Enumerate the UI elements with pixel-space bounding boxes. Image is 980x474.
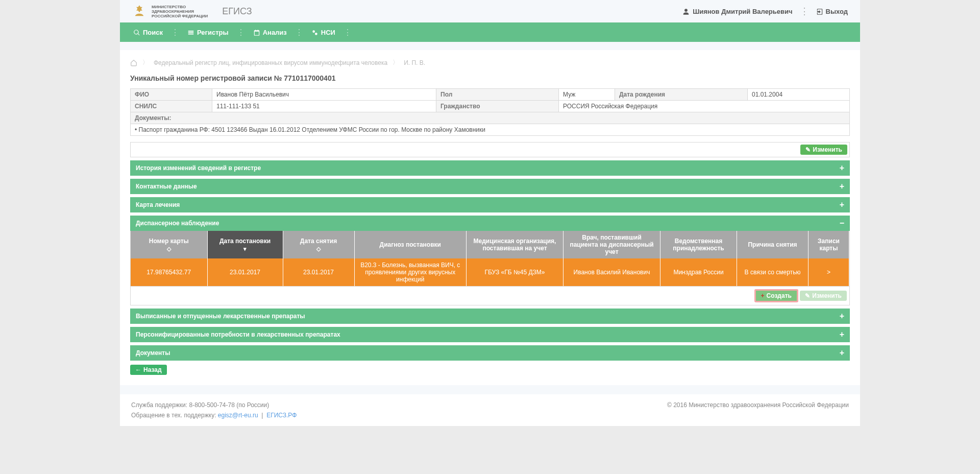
nav-registers[interactable]: Регистры — [184, 28, 232, 36]
accordion-contacts[interactable]: Контактные данные + — [130, 179, 850, 194]
cell-card-records[interactable]: > — [808, 258, 849, 286]
accordion-history[interactable]: История изменений сведений в регистре + — [130, 160, 850, 176]
plus-icon: + — [840, 330, 844, 339]
edit-button[interactable]: ✎ Изменить — [800, 145, 847, 155]
accordion-treatment[interactable]: Карта лечения + — [130, 197, 850, 212]
support-line: Служба поддержки: 8-800-500-74-78 (по Ро… — [131, 401, 297, 409]
pencil-icon: ✎ — [805, 146, 811, 153]
documents-value: • Паспорт гражданина РФ: 4501 123466 Выд… — [131, 124, 850, 136]
col-card-records[interactable]: Записи карты — [808, 231, 849, 258]
dispensary-table: Номер карты◇ Дата постановки▾ Дата сняти… — [131, 231, 849, 286]
breadcrumb-level2: И. П. В. — [404, 59, 425, 66]
svg-point-0 — [312, 30, 315, 33]
user-menu-more-icon[interactable]: ⋮ — [800, 6, 809, 17]
search-icon — [133, 28, 140, 36]
cell-med-org: ГБУЗ «ГБ №45 ДЗМ» — [467, 258, 564, 286]
egisz-site-link[interactable]: ЕГИСЗ.РФ — [266, 412, 297, 419]
chevron-right-icon: 〉 — [142, 58, 149, 67]
citizenship-value: РОССИЯ Российская Федерация — [559, 101, 850, 112]
cell-date-removed: 23.01.2017 — [283, 258, 354, 286]
edit-button-disabled: ✎ Изменить — [800, 291, 847, 301]
edit-row: ✎ Изменить — [130, 142, 850, 157]
nav-analysis[interactable]: Анализ — [250, 28, 290, 36]
main-nav: Поиск ⋮ Регистры ⋮ Анализ ⋮ НСИ ⋮ — [120, 22, 860, 42]
table-row[interactable]: 17.98765432.77 23.01.2017 23.01.2017 B20… — [131, 258, 849, 286]
logout-button[interactable]: Выход — [816, 7, 848, 15]
col-diagnosis[interactable]: Диагноз постановки — [354, 231, 467, 258]
sort-icon: ◇ — [135, 246, 203, 252]
appeal-line: Обращение в тех. поддержку: egisz@rt-eu.… — [131, 412, 297, 419]
sort-icon: ◇ — [287, 246, 350, 252]
dob-label: Дата рождения — [615, 89, 748, 101]
cell-card-no: 17.98765432.77 — [131, 258, 207, 286]
col-date-set[interactable]: Дата постановки▾ — [207, 231, 283, 258]
nav-search[interactable]: Поиск — [130, 28, 166, 36]
dob-value: 01.01.2004 — [748, 89, 850, 101]
snils-value: 111-111-133 51 — [212, 101, 436, 112]
cell-department: Минздрав России — [660, 258, 737, 286]
cell-date-set: 23.01.2017 — [207, 258, 283, 286]
dispensary-actions: + Создать ✎ Изменить — [131, 286, 849, 305]
user-name: Шиянов Дмитрий Валерьевич — [693, 8, 792, 15]
gears-icon — [311, 28, 318, 36]
fio-label: ФИО — [131, 89, 212, 101]
home-icon[interactable] — [130, 59, 137, 66]
sort-desc-icon: ▾ — [212, 246, 279, 252]
nav-separator: ⋮ — [295, 28, 303, 37]
cell-diagnosis: B20.3 - Болезнь, вызванная ВИЧ, с проявл… — [354, 258, 467, 286]
user-menu[interactable]: Шиянов Дмитрий Валерьевич — [682, 7, 792, 15]
header: МИНИСТЕРСТВО ЗДРАВООХРАНЕНИЯ РОССИЙСКОЙ … — [120, 0, 860, 22]
col-department[interactable]: Ведомственная принадлежность — [660, 231, 737, 258]
breadcrumb-level1[interactable]: Федеральный регистр лиц, инфицированных … — [154, 59, 387, 66]
minus-icon: − — [840, 219, 844, 228]
col-med-org[interactable]: Медицинская организация, поставившая на … — [467, 231, 564, 258]
accordion-documents[interactable]: Документы + — [130, 345, 850, 361]
app-name: ЕГИСЗ — [222, 6, 252, 17]
col-doctor[interactable]: Врач, поставивший пациента на диспансерн… — [564, 231, 660, 258]
plus-icon: + — [840, 200, 844, 209]
plus-icon: + — [840, 182, 844, 191]
cell-reason: В связи со смертью — [737, 258, 808, 286]
nav-nsi[interactable]: НСИ — [308, 28, 338, 36]
user-icon — [682, 7, 690, 15]
support-email-link[interactable]: egisz@rt-eu.ru — [218, 412, 258, 419]
patient-info-table: ФИО Иванов Пётр Васильевич Пол Муж Дата … — [130, 88, 850, 136]
create-button[interactable]: + Создать — [754, 289, 798, 302]
logo-block: МИНИСТЕРСТВО ЗДРАВООХРАНЕНИЯ РОССИЙСКОЙ … — [132, 4, 252, 18]
gender-value: Муж — [559, 89, 615, 101]
plus-icon: + — [840, 348, 844, 358]
chevron-right-icon: 〉 — [393, 58, 399, 67]
plus-icon: + — [840, 312, 844, 321]
fio-value: Иванов Пётр Васильевич — [212, 89, 436, 101]
pencil-icon: ✎ — [805, 292, 810, 299]
content-pane: 〉 Федеральный регистр лиц, инфицированны… — [120, 50, 860, 385]
nav-separator: ⋮ — [344, 28, 352, 37]
plus-icon: + — [840, 163, 844, 173]
calendar-icon — [253, 28, 260, 36]
dispensary-panel: Номер карты◇ Дата постановки▾ Дата сняти… — [130, 231, 850, 305]
registers-icon — [187, 28, 194, 36]
breadcrumb: 〉 Федеральный регистр лиц, инфицированны… — [130, 58, 850, 67]
logout-icon — [816, 7, 823, 15]
back-button[interactable]: ← Назад — [130, 365, 167, 375]
accordion-prescriptions[interactable]: Выписанные и отпущенные лекарственные пр… — [130, 309, 850, 324]
cell-doctor: Иванов Василий Иванович — [564, 258, 660, 286]
page-title: Уникальный номер регистровой записи № 77… — [130, 74, 850, 82]
col-reason[interactable]: Причина снятия — [737, 231, 808, 258]
copyright: © 2016 Министерство здравоохранения Росс… — [667, 401, 849, 419]
arrow-left-icon: ← — [135, 366, 141, 373]
plus-icon: + — [761, 292, 765, 299]
col-date-removed[interactable]: Дата снятия◇ — [283, 231, 354, 258]
nav-separator: ⋮ — [237, 28, 245, 37]
emblem-icon — [132, 4, 146, 18]
col-card-no[interactable]: Номер карты◇ — [131, 231, 207, 258]
svg-point-1 — [315, 33, 317, 35]
nav-separator: ⋮ — [171, 28, 179, 37]
table-header-row: Номер карты◇ Дата постановки▾ Дата сняти… — [131, 231, 849, 258]
accordion-dispensary[interactable]: Диспансерное наблюдение − — [130, 216, 850, 231]
citizenship-label: Гражданство — [436, 101, 559, 112]
accordion-needs[interactable]: Персонифицированные потребности в лекарс… — [130, 327, 850, 342]
snils-label: СНИЛС — [131, 101, 212, 112]
footer: Служба поддержки: 8-800-500-74-78 (по Ро… — [120, 394, 860, 426]
documents-label: Документы: — [131, 112, 850, 124]
